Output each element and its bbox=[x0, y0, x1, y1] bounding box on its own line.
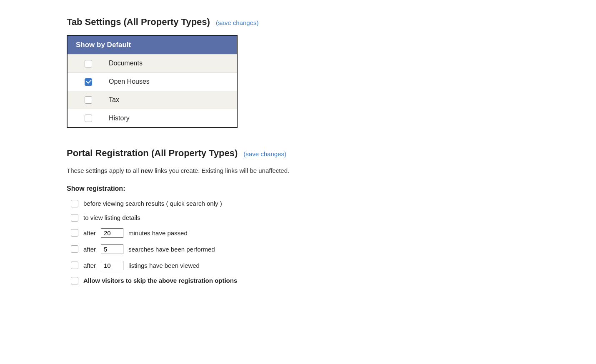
reg-option-after-listings: afterlistings have been viewed bbox=[71, 261, 529, 270]
reg-label-before-search: before viewing search results ( quick se… bbox=[83, 200, 222, 207]
tab-label-history: History bbox=[100, 109, 237, 127]
reg-label-after-after-minutes: minutes have passed bbox=[128, 229, 188, 237]
registration-options: before viewing search results ( quick se… bbox=[67, 200, 529, 284]
portal-registration-section: Portal Registration (All Property Types)… bbox=[67, 148, 529, 284]
reg-label-view-listing: to view listing details bbox=[83, 214, 140, 221]
tab-label-documents: Documents bbox=[100, 55, 237, 73]
portal-description: These settings apply to all new links yo… bbox=[67, 166, 529, 176]
tab-settings-table: Show by Default DocumentsOpen HousesTaxH… bbox=[67, 35, 238, 128]
reg-option-allow-skip: Allow visitors to skip the above registr… bbox=[71, 277, 529, 284]
tab-settings-header: Tab Settings (All Property Types) (save … bbox=[67, 17, 529, 27]
reg-input-after-minutes[interactable] bbox=[101, 228, 123, 238]
reg-input-after-searches[interactable] bbox=[101, 244, 123, 254]
tab-settings-title: Tab Settings (All Property Types) bbox=[67, 17, 210, 27]
reg-checkbox-after-searches[interactable] bbox=[71, 245, 78, 253]
reg-label-before-after-searches: after bbox=[83, 246, 96, 253]
tab-checkbox-cell-tax bbox=[67, 91, 100, 109]
reg-checkbox-view-listing[interactable] bbox=[71, 214, 78, 222]
tab-checkbox-open-houses[interactable] bbox=[85, 78, 92, 86]
reg-label-before-after-listings: after bbox=[83, 262, 96, 269]
tab-label-tax: Tax bbox=[100, 91, 237, 109]
portal-registration-header: Portal Registration (All Property Types)… bbox=[67, 148, 529, 159]
reg-option-before-search: before viewing search results ( quick se… bbox=[71, 200, 529, 207]
tab-checkbox-tax[interactable] bbox=[85, 96, 92, 104]
tab-checkbox-documents[interactable] bbox=[85, 60, 92, 67]
reg-label-allow-skip: Allow visitors to skip the above registr… bbox=[83, 277, 237, 284]
reg-option-view-listing: to view listing details bbox=[71, 214, 529, 222]
reg-label-after-after-listings: listings have been viewed bbox=[128, 262, 200, 269]
reg-checkbox-after-listings[interactable] bbox=[71, 262, 78, 269]
reg-checkbox-after-minutes[interactable] bbox=[71, 229, 78, 237]
tab-checkbox-cell-open-houses bbox=[67, 72, 100, 91]
reg-label-after-after-searches: searches have been performed bbox=[128, 246, 215, 253]
tab-checkbox-cell-history bbox=[67, 109, 100, 127]
tab-checkbox-cell-documents bbox=[67, 55, 100, 73]
reg-option-after-searches: aftersearches have been performed bbox=[71, 244, 529, 254]
portal-registration-title: Portal Registration (All Property Types) bbox=[67, 148, 238, 159]
table-header: Show by Default bbox=[67, 35, 237, 55]
tab-checkbox-history[interactable] bbox=[85, 115, 92, 122]
reg-checkbox-allow-skip[interactable] bbox=[71, 277, 78, 284]
tab-label-open-houses: Open Houses bbox=[100, 72, 237, 91]
reg-label-before-after-minutes: after bbox=[83, 229, 96, 237]
tab-settings-section: Tab Settings (All Property Types) (save … bbox=[67, 17, 529, 128]
reg-checkbox-before-search[interactable] bbox=[71, 200, 78, 207]
portal-registration-save-link[interactable]: (save changes) bbox=[243, 150, 286, 157]
show-registration-label: Show registration: bbox=[67, 185, 529, 192]
reg-input-after-listings[interactable] bbox=[101, 261, 123, 270]
reg-option-after-minutes: afterminutes have passed bbox=[71, 228, 529, 238]
tab-settings-save-link[interactable]: (save changes) bbox=[216, 19, 259, 26]
